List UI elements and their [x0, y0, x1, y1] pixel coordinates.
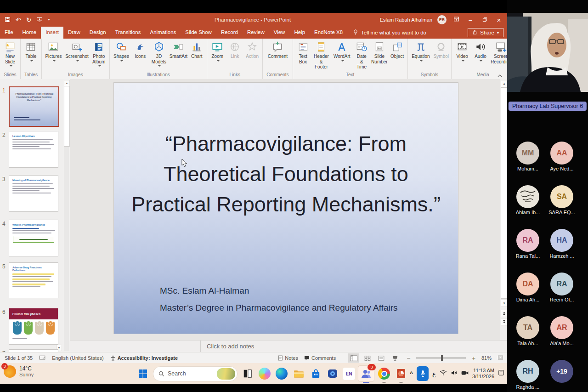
- zoom-level[interactable]: 81%: [481, 355, 492, 361]
- ribbon-tab-design[interactable]: Design: [85, 27, 111, 39]
- account-avatar[interactable]: ER: [437, 15, 447, 24]
- text-box-button[interactable]: TextBox: [295, 40, 311, 64]
- slide-thumbnail-2[interactable]: Lesson Objectives: [9, 131, 58, 168]
- header-footer-button[interactable]: Header& Footer: [312, 40, 331, 70]
- ribbon-tab-view[interactable]: View: [269, 27, 290, 39]
- participant-avatar[interactable]: TA: [516, 316, 539, 339]
- notes-toggle[interactable]: Notes: [278, 355, 298, 361]
- camera-app-icon[interactable]: [326, 367, 339, 381]
- file-explorer-icon[interactable]: [292, 367, 305, 381]
- zoom-out-icon[interactable]: −: [407, 354, 410, 362]
- start-button[interactable]: [136, 367, 150, 381]
- notification-center-icon[interactable]: [498, 369, 504, 378]
- meeting-app-icon[interactable]: 3: [358, 366, 374, 381]
- video-button[interactable]: Video: [453, 40, 471, 64]
- presenter-video-tile[interactable]: [507, 13, 588, 92]
- slide-scrollbar[interactable]: ▲ ▼: [500, 79, 507, 340]
- thumb-scroll-up-icon[interactable]: ▲: [64, 80, 70, 86]
- zoom-in-icon[interactable]: +: [472, 355, 475, 362]
- fit-slide-icon[interactable]: [498, 355, 503, 361]
- pictures-button[interactable]: Pictures: [44, 40, 63, 64]
- reading-view-button[interactable]: [376, 353, 387, 363]
- restore-button[interactable]: [480, 17, 489, 23]
- thumb-scrollbar-thumb[interactable]: [64, 86, 70, 147]
- endnote-icon[interactable]: EN: [343, 368, 355, 380]
- chart-button[interactable]: Chart: [188, 40, 205, 59]
- normal-view-button[interactable]: [348, 353, 359, 363]
- ribbon-tab-animations[interactable]: Animations: [145, 27, 181, 39]
- participant-avatar[interactable]: MM: [516, 142, 539, 165]
- comments-toggle[interactable]: Comments: [304, 355, 336, 361]
- slide-thumbnail-1[interactable]: “Pharmacovigilance: From Theoretical Fou…: [9, 86, 59, 127]
- powerpoint-icon[interactable]: [394, 367, 408, 381]
- account-name[interactable]: Eslam Rabah Alhalman: [380, 17, 432, 23]
- start-presentation-icon[interactable]: [36, 17, 43, 23]
- object-button[interactable]: Object: [389, 40, 406, 59]
- ribbon-tab-transitions[interactable]: Transitions: [111, 27, 146, 39]
- scrollbar-thumb[interactable]: [501, 87, 507, 299]
- tell-me-box[interactable]: Tell me what you want to do: [347, 27, 432, 39]
- zoom-slider-thumb[interactable]: [441, 355, 443, 361]
- slide-thumbnail-6[interactable]: Clinical trial phases1234: [9, 308, 58, 345]
- weather-widget[interactable]: 3 14°C Sunny: [4, 365, 34, 378]
- presentation-display-icon[interactable]: [39, 355, 45, 361]
- thumbnail-scrollbar[interactable]: ▲: [64, 80, 69, 351]
- share-button[interactable]: Share ▾: [468, 28, 503, 37]
- notes-pane[interactable]: Click to add notes: [70, 340, 507, 352]
- 3d-models-button[interactable]: 3DModels: [149, 40, 168, 70]
- slide-thumbnail-4[interactable]: What is Pharmacovigilance: [9, 220, 58, 256]
- participant-avatar[interactable]: HA: [550, 229, 573, 252]
- participant-avatar[interactable]: RH: [516, 360, 539, 383]
- link-button[interactable]: Link: [226, 40, 243, 59]
- photo-album-button[interactable]: PhotoAlbum: [90, 40, 107, 70]
- taskbar-search[interactable]: Search: [153, 366, 237, 381]
- equation-button[interactable]: Equation: [410, 40, 432, 64]
- zoom-button[interactable]: Zoom: [209, 40, 226, 64]
- minimize-button[interactable]: –: [466, 17, 475, 23]
- slide-title-text[interactable]: “Pharmacovigilance: From Theoretical Fou…: [127, 129, 445, 220]
- participant-avatar[interactable]: AA: [550, 142, 573, 165]
- ribbon-tab-draw[interactable]: Draw: [63, 27, 85, 39]
- participant-avatar[interactable]: RA: [550, 273, 573, 295]
- participants-overflow-badge[interactable]: +19: [550, 360, 573, 383]
- screenshot-button[interactable]: Screenshot: [64, 40, 90, 64]
- participant-avatar[interactable]: RA: [516, 229, 539, 252]
- camera-in-use-icon[interactable]: [461, 369, 469, 378]
- slide-sorter-view-button[interactable]: [362, 353, 373, 363]
- symbol-button[interactable]: Symbol: [433, 40, 449, 59]
- edge-icon[interactable]: [275, 367, 288, 381]
- slide-subtitle-text[interactable]: MSc. Eslam Al-Halman Master’s Degree in …: [160, 282, 398, 316]
- copilot-icon[interactable]: [258, 367, 271, 381]
- tray-chevron-icon[interactable]: ^: [410, 370, 413, 377]
- table-button[interactable]: Table: [23, 40, 40, 64]
- audio-button[interactable]: Audio: [472, 40, 489, 64]
- participant-avatar[interactable]: SA: [550, 185, 573, 208]
- slide-thumbnail-5[interactable]: Adverse Drug Reactions Definitions: [9, 262, 58, 298]
- action-button[interactable]: Action: [244, 40, 260, 59]
- participant-avatar-calligraphy[interactable]: [516, 185, 539, 208]
- zoom-slider[interactable]: [416, 358, 466, 358]
- chrome-icon[interactable]: [377, 367, 391, 381]
- wordart-button[interactable]: WordArt: [331, 40, 352, 64]
- undo-icon[interactable]: ↶: [16, 17, 21, 23]
- ribbon-tab-endnote-x8[interactable]: EndNote X8: [310, 27, 347, 39]
- slide-show-button[interactable]: [390, 353, 401, 363]
- task-view-icon[interactable]: [241, 367, 254, 381]
- close-button[interactable]: ×: [494, 16, 503, 24]
- shapes-button[interactable]: Shapes: [112, 40, 131, 64]
- ribbon-tab-slide-show[interactable]: Slide Show: [181, 27, 216, 39]
- participant-avatar[interactable]: DA: [516, 273, 539, 295]
- microsoft-store-icon[interactable]: [309, 367, 322, 381]
- redo-icon[interactable]: ↻: [26, 17, 32, 23]
- slide-canvas[interactable]: “Pharmacovigilance: From Theoretical Fou…: [114, 83, 458, 334]
- ribbon-tab-file[interactable]: File: [0, 27, 18, 39]
- scroll-up-icon[interactable]: ▲: [501, 80, 508, 87]
- new-slide-button[interactable]: NewSlide: [2, 40, 18, 70]
- date-time-button[interactable]: Date &Time: [353, 40, 370, 70]
- wifi-icon[interactable]: [440, 369, 447, 378]
- smartart-button[interactable]: SmartArt: [170, 40, 188, 59]
- participant-avatar[interactable]: AR: [550, 316, 573, 339]
- notes-placeholder[interactable]: Click to add notes: [207, 343, 254, 350]
- language-indicator[interactable]: English (United States): [52, 355, 104, 361]
- taskbar-clock[interactable]: 11:13 AM 3/11/2026: [472, 368, 494, 380]
